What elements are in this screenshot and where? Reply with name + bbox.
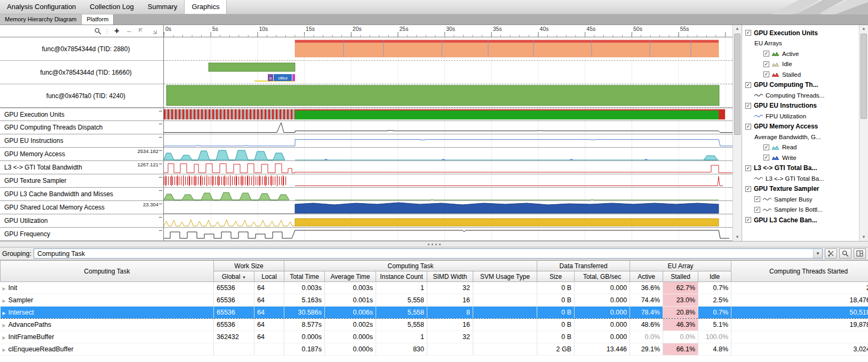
thread-chart-16660[interactable]: o clBui bbox=[164, 61, 732, 84]
column-group-computing-task[interactable]: Computing Task bbox=[1, 261, 214, 282]
cell-stalled[interactable]: 62.7% bbox=[663, 282, 698, 294]
cell-average-time[interactable]: 0.003s bbox=[325, 282, 376, 294]
legend-item-label[interactable]: Active bbox=[782, 51, 799, 57]
scroll-up-icon[interactable]: ▲ bbox=[733, 25, 742, 33]
legend-item-label[interactable]: Idle bbox=[782, 61, 792, 67]
column-header-instance-count[interactable]: Instance Count bbox=[376, 271, 427, 282]
thread-chart-2880[interactable] bbox=[164, 37, 732, 61]
expand-row-icon[interactable]: ▶ bbox=[3, 323, 9, 328]
gpu-chart-frequency[interactable] bbox=[164, 228, 732, 241]
column-group-work-size[interactable]: Work Size bbox=[214, 261, 284, 271]
column-header-size[interactable]: Size bbox=[537, 271, 575, 282]
zoom-search-icon[interactable] bbox=[93, 27, 102, 35]
cell-svm-usage-type[interactable] bbox=[473, 307, 537, 319]
column-group-computing-threads-started[interactable]: Computing Threads Started bbox=[731, 261, 868, 282]
checkbox-checked-icon[interactable] bbox=[763, 155, 769, 160]
cell-size[interactable]: 0 B bbox=[537, 319, 575, 331]
grouping-dropdown[interactable]: Computing Task ▼ bbox=[34, 248, 823, 259]
gpu-row-label-execution-units[interactable]: GPU Execution Units bbox=[0, 108, 164, 121]
column-header-idle[interactable]: Idle bbox=[698, 271, 731, 282]
cell-idle[interactable]: 100.0% bbox=[698, 331, 731, 343]
legend-item-label[interactable]: GPU Computing Th... bbox=[754, 81, 818, 89]
checkbox-checked-icon[interactable] bbox=[754, 207, 760, 213]
cell-total-gb-sec[interactable]: 0.000 bbox=[575, 294, 630, 307]
customize-columns-button[interactable] bbox=[825, 248, 837, 259]
cell-active[interactable]: 36.6% bbox=[630, 282, 663, 294]
zoom-in-button[interactable]: + bbox=[113, 27, 121, 35]
cell-simd-width[interactable]: 32 bbox=[427, 331, 473, 343]
cell-stalled[interactable]: 23.0% bbox=[663, 294, 698, 307]
cell-svm-usage-type[interactable] bbox=[473, 282, 537, 294]
gpu-row-label-shared-local-memory[interactable]: GPU Shared Local Memory Access23.304 bbox=[0, 201, 164, 214]
gpu-row-label-l3-gti-bandwidth[interactable]: L3 <-> GTI Total Bandwidth1267.121 bbox=[0, 161, 164, 174]
gpu-chart-l3-cache[interactable] bbox=[164, 188, 732, 201]
cell-stalled[interactable]: 46.3% bbox=[663, 319, 698, 331]
checkbox-checked-icon[interactable] bbox=[754, 196, 760, 202]
checkbox-checked-icon[interactable] bbox=[763, 144, 769, 150]
task-row-advancepaths[interactable]: ▶AdvancePaths65536648.577s0.002s5,558160… bbox=[1, 319, 868, 331]
cell-average-time[interactable]: 0.006s bbox=[325, 307, 376, 319]
gpu-chart-shared-local-memory[interactable] bbox=[164, 201, 732, 214]
gpu-chart-l3-gti-bandwidth[interactable] bbox=[164, 161, 732, 174]
cell-svm-usage-type[interactable] bbox=[473, 343, 537, 356]
cell-idle[interactable]: 2.5% bbox=[698, 294, 731, 307]
gpu-chart-execution-units[interactable] bbox=[164, 108, 732, 121]
layout-panes-button[interactable] bbox=[854, 248, 866, 259]
gpu-chart-texture-sampler[interactable] bbox=[164, 174, 732, 188]
cell-idle[interactable]: 4.8% bbox=[698, 343, 731, 356]
column-header-active[interactable]: Active bbox=[630, 271, 663, 282]
cell-total-time[interactable]: 0.187s bbox=[284, 343, 325, 356]
cell-instance-count[interactable]: 5,558 bbox=[376, 294, 427, 307]
cell-total-gb-sec[interactable]: 0.000 bbox=[575, 282, 630, 294]
gpu-chart-eu-instructions[interactable] bbox=[164, 134, 732, 148]
cell-active[interactable]: 48.6% bbox=[630, 319, 663, 331]
task-row-init[interactable]: ▶Init65536640.003s0.003s1320 B0.00036.6%… bbox=[1, 282, 868, 294]
cell-idle[interactable]: 0.7% bbox=[698, 307, 731, 319]
cell-stalled[interactable]: 20.8% bbox=[663, 307, 698, 319]
cell-instance-count[interactable]: 1 bbox=[376, 282, 427, 294]
expand-row-icon[interactable]: ▶ bbox=[3, 311, 9, 316]
column-header-local[interactable]: Local bbox=[254, 271, 284, 282]
checkbox-checked-icon[interactable] bbox=[745, 186, 751, 192]
cell-total-gb-sec[interactable]: 0.000 bbox=[575, 319, 630, 331]
zoom-out-button[interactable]: − bbox=[125, 27, 133, 35]
cell-computing-threads-started[interactable]: 18,476,174 bbox=[731, 294, 868, 307]
legend-item-label[interactable]: Sampler Is Bottl... bbox=[774, 206, 823, 213]
column-header-global[interactable]: Global▼ bbox=[214, 271, 254, 282]
cell-total-gb-sec[interactable]: 0.000 bbox=[575, 307, 630, 319]
cell-computing-threads-started[interactable]: 2,016 bbox=[731, 282, 868, 294]
task-row-sampler[interactable]: ▶Sampler65536645.163s0.001s5,558160 B0.0… bbox=[1, 294, 868, 307]
cell-svm-usage-type[interactable] bbox=[473, 319, 537, 331]
checkbox-checked-icon[interactable] bbox=[745, 82, 751, 88]
cell-instance-count[interactable]: 1 bbox=[376, 331, 427, 343]
result-tab-memory-hierarchy-diagram[interactable]: Memory Hierarchy Diagram bbox=[0, 14, 82, 25]
gpu-row-label-utilization[interactable]: GPU Utilization bbox=[0, 214, 164, 228]
legend-item-label[interactable]: GPU Execution Units bbox=[754, 29, 818, 37]
cell-global[interactable]: 65536 bbox=[214, 282, 254, 294]
menu-tab-graphics[interactable]: Graphics bbox=[184, 0, 227, 14]
legend-item-label[interactable]: L3 <-> GTI Total Ba... bbox=[754, 164, 817, 172]
legend-item-label[interactable]: Stalled bbox=[782, 71, 801, 78]
expand-row-icon[interactable]: ▶ bbox=[3, 286, 9, 291]
column-header-stalled[interactable]: Stalled bbox=[663, 271, 698, 282]
zoom-fit-button[interactable] bbox=[149, 27, 158, 35]
cell-size[interactable]: 0 B bbox=[537, 331, 575, 343]
cell-stalled[interactable]: 0.0% bbox=[663, 331, 698, 343]
cell-computing-threads-started[interactable]: 3,024,700 bbox=[731, 343, 868, 356]
task-name-cell[interactable]: ▶clEnqueueReadBuffer bbox=[1, 343, 214, 356]
menu-tab-analysis-configuration[interactable]: Analysis Configuration bbox=[0, 0, 83, 14]
cell-size[interactable]: 2 GB bbox=[537, 343, 575, 356]
scroll-down-icon[interactable]: ▼ bbox=[733, 234, 742, 241]
task-name-cell[interactable]: ▶Intersect bbox=[1, 307, 214, 319]
cell-global[interactable]: 65536 bbox=[214, 319, 254, 331]
menu-tab-collection-log[interactable]: Collection Log bbox=[83, 0, 140, 14]
cell-total-time[interactable]: 0.000s bbox=[284, 331, 325, 343]
legend-item-label[interactable]: GPU L3 Cache Ban... bbox=[754, 216, 817, 224]
column-header-svm-usage-type[interactable]: SVM Usage Type bbox=[473, 271, 537, 282]
expand-row-icon[interactable]: ▶ bbox=[3, 348, 9, 352]
timeline-scrollbar-thumb[interactable] bbox=[734, 34, 740, 135]
gpu-chart-threads-dispatch[interactable] bbox=[164, 121, 732, 134]
cell-instance-count[interactable]: 830 bbox=[376, 343, 427, 356]
cell-local[interactable]: 64 bbox=[254, 319, 284, 331]
task-row-initframebuffer[interactable]: ▶InitFrameBuffer362432640.000s0.000s1320… bbox=[1, 331, 868, 343]
